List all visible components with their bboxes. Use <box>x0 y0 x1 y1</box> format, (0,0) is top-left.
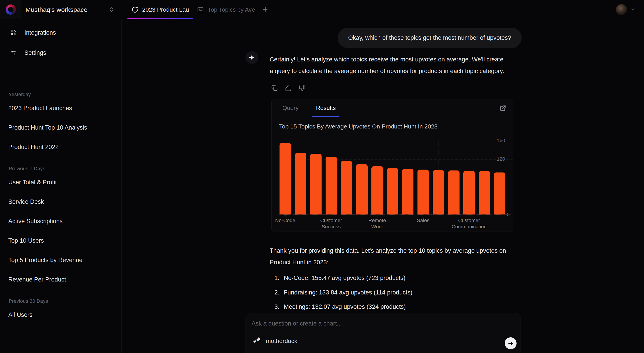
sidebar-section-previous-30-days: Previous 30 DaysAll Users <box>0 297 122 325</box>
chart-gridline <box>280 141 514 141</box>
send-button[interactable] <box>505 337 516 349</box>
sidebar-item-label: Settings <box>24 49 46 56</box>
assistant-message-text: Certainly! Let's analyze which topics re… <box>270 54 534 77</box>
sliders-icon <box>10 50 16 56</box>
arrow-right-icon <box>508 340 514 347</box>
list-marker: 1. <box>274 274 284 282</box>
sidebar: Integrations Settings Yesterday2023 Prod… <box>0 19 122 353</box>
sidebar-history-item[interactable]: Product Hunt Top 10 Analysis <box>0 118 122 137</box>
sidebar-item-settings[interactable]: Settings <box>0 43 122 63</box>
top-bar: Musthaq's workspace 2023 Product Lau Top… <box>0 0 644 19</box>
assistant-analysis-text: Thank you for providing this data. Let's… <box>270 245 534 268</box>
message-actions <box>271 84 306 91</box>
assistant-avatar <box>246 51 258 64</box>
list-item: 3.Meetings: 132.07 avg upvotes (324 prod… <box>274 300 412 314</box>
y-axis-tick-label: 160 <box>497 138 505 143</box>
tab-2023-product-launches[interactable]: 2023 Product Lau <box>128 0 193 19</box>
bar[interactable] <box>341 161 352 215</box>
bar[interactable] <box>280 143 291 215</box>
list-marker: 3. <box>274 303 284 310</box>
account-area <box>616 0 636 19</box>
user-message-bubble: Okay, which of these topics get the most… <box>338 28 522 48</box>
list-text: Fundraising: 133.84 avg upvotes (114 pro… <box>284 289 412 296</box>
bar[interactable] <box>387 168 398 215</box>
chart-title: Top 15 Topics By Average Upvotes On Prod… <box>279 123 438 130</box>
x-axis-tick-label: Remote Work <box>368 217 386 230</box>
x-axis-tick <box>423 215 423 217</box>
sidebar-item-integrations[interactable]: Integrations <box>0 22 122 43</box>
chevron-down-icon[interactable] <box>630 7 636 12</box>
x-axis-tick-label: No-Code <box>275 217 295 224</box>
sidebar-history-item[interactable]: Product Hunt 2022 <box>0 137 122 157</box>
chat-input[interactable]: Ask a question or create a chart... <box>252 320 494 327</box>
grid-circles-icon <box>10 30 16 36</box>
copy-icon[interactable] <box>271 84 278 91</box>
x-axis-tick-label: Sales <box>417 217 429 224</box>
duck-feet-icon <box>253 337 262 345</box>
sidebar-history-item[interactable]: Revenue Per Product <box>0 270 122 289</box>
tab-label: 2023 Product Lau <box>142 6 189 13</box>
sidebar-item-label: Integrations <box>24 29 56 36</box>
sidebar-section-previous-7-days: Previous 7 DaysUser Total & ProfitServic… <box>0 165 122 289</box>
bar[interactable] <box>418 170 429 215</box>
app-root: Musthaq's workspace 2023 Product Lau Top… <box>0 0 644 353</box>
tab-strip: 2023 Product Lau Top Topics by Ave + <box>128 0 272 19</box>
sidebar-section-yesterday: Yesterday2023 Product LaunchesProduct Hu… <box>0 90 122 157</box>
x-axis-tick <box>331 215 332 217</box>
sidebar-history-item[interactable]: Top 10 Users <box>0 231 122 251</box>
terminal-icon <box>197 6 204 13</box>
workspace-selector-chevrons-icon[interactable] <box>108 6 116 13</box>
x-axis-tick-label: Customer Success <box>320 217 342 230</box>
bar[interactable] <box>448 170 460 215</box>
motherduck-brand: motherduck <box>253 337 297 345</box>
bar[interactable] <box>479 171 490 215</box>
bar[interactable] <box>433 170 444 215</box>
brand-name: motherduck <box>266 338 297 345</box>
brand-ring-icon <box>6 4 16 15</box>
composer-card: Ask a question or create a chart... <box>246 313 521 353</box>
bar[interactable] <box>463 171 475 215</box>
results-panel-tabs: Query Results <box>272 99 513 117</box>
sidebar-section-header: Previous 30 Days <box>0 297 122 305</box>
tab-query[interactable]: Query <box>279 99 302 117</box>
sidebar-history-item[interactable]: Service Desk <box>0 192 122 212</box>
bar[interactable] <box>402 169 414 215</box>
refresh-sparkle-icon <box>132 6 138 13</box>
list-text: No-Code: 155.47 avg upvotes (723 product… <box>284 274 406 282</box>
bar[interactable] <box>494 172 505 215</box>
x-axis-tick <box>285 215 286 217</box>
sidebar-history-item[interactable]: Active Subscriptions <box>0 212 122 231</box>
y-axis-tick-label: 120 <box>497 156 505 162</box>
workspace-name[interactable]: Musthaq's workspace <box>26 0 88 19</box>
tab-results[interactable]: Results <box>312 99 339 117</box>
list-item: 1.No-Code: 155.47 avg upvotes (723 produ… <box>274 271 412 285</box>
results-panel: Query Results Top 15 Topics By Average U… <box>272 99 514 231</box>
bar[interactable] <box>326 157 337 215</box>
list-text: Meetings: 132.07 avg upvotes (324 produc… <box>284 303 406 310</box>
sidebar-section-header: Previous 7 Days <box>0 165 122 173</box>
chart-plot: 16012080400No-CodeCustomer SuccessRemote… <box>280 139 514 215</box>
sidebar-history-item[interactable]: Top 5 Products by Revenue <box>0 251 122 270</box>
thumbs-up-icon[interactable] <box>285 84 292 91</box>
sidebar-history-item[interactable]: All Users <box>0 305 122 325</box>
new-tab-button[interactable]: + <box>259 0 271 19</box>
user-avatar[interactable] <box>616 4 627 15</box>
sidebar-section-header: Yesterday <box>0 90 122 98</box>
thumbs-down-icon[interactable] <box>299 84 306 91</box>
topics-ordered-list: 1.No-Code: 155.47 avg upvotes (723 produ… <box>274 271 412 314</box>
tab-top-topics[interactable]: Top Topics by Ave <box>193 0 259 19</box>
bar[interactable] <box>356 164 368 215</box>
bar[interactable] <box>295 153 306 215</box>
x-axis-tick <box>377 215 378 217</box>
open-external-icon[interactable] <box>499 105 506 112</box>
list-item: 2.Fundraising: 133.84 avg upvotes (114 p… <box>274 285 412 300</box>
tab-label: Top Topics by Ave <box>208 6 255 13</box>
sparkle-icon <box>249 54 255 60</box>
app-logo[interactable] <box>0 0 22 19</box>
sidebar-history-item[interactable]: 2023 Product Launches <box>0 98 122 118</box>
sidebar-divider <box>0 67 122 67</box>
sidebar-history-item[interactable]: User Total & Profit <box>0 173 122 192</box>
bar[interactable] <box>310 154 322 215</box>
bar[interactable] <box>372 166 383 215</box>
list-marker: 2. <box>274 289 284 296</box>
